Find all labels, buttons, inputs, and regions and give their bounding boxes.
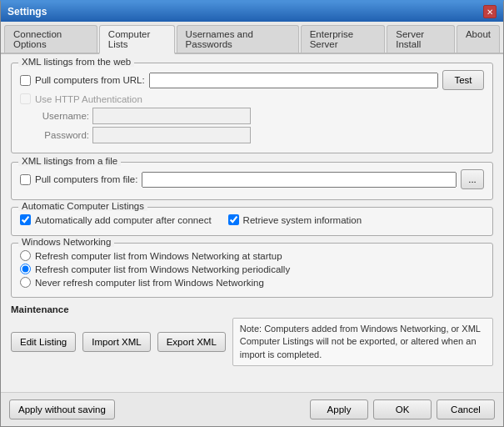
http-auth-row: Use HTTP Authentication bbox=[20, 93, 484, 104]
apply-button[interactable]: Apply bbox=[310, 399, 368, 419]
pull-file-checkbox[interactable] bbox=[20, 174, 31, 185]
pull-url-label: Pull computers from URL: bbox=[35, 75, 145, 85]
xml-file-title: XML listings from a file bbox=[18, 156, 121, 166]
tab-usernames-passwords[interactable]: Usernames and Passwords bbox=[177, 25, 299, 53]
pull-file-label: Pull computers from file: bbox=[35, 174, 137, 184]
radio-periodically-label: Refresh computer list from Windows Netwo… bbox=[35, 264, 290, 274]
export-xml-button[interactable]: Export XML bbox=[157, 332, 226, 352]
radio-startup[interactable] bbox=[20, 250, 31, 261]
radio-never-row: Never refresh computer list from Windows… bbox=[20, 277, 484, 288]
radio-periodically[interactable] bbox=[20, 264, 31, 274]
cancel-button[interactable]: Cancel bbox=[437, 399, 495, 419]
radio-never[interactable] bbox=[20, 277, 31, 288]
pull-file-row: Pull computers from file: ... bbox=[20, 169, 484, 189]
http-auth-checkbox[interactable] bbox=[20, 93, 31, 104]
pull-url-row: Pull computers from URL: Test bbox=[20, 70, 484, 90]
pull-url-input[interactable] bbox=[149, 73, 438, 88]
pull-file-input[interactable] bbox=[142, 172, 457, 188]
tab-enterprise-server[interactable]: Enterprise Server bbox=[301, 25, 386, 53]
radio-startup-label: Refresh computer list from Windows Netwo… bbox=[35, 251, 282, 261]
xml-file-group: XML listings from a file Pull computers … bbox=[11, 162, 493, 200]
tab-content: XML listings from the web Pull computers… bbox=[1, 54, 503, 392]
password-row: Password: bbox=[20, 127, 484, 143]
windows-networking-group: Windows Networking Refresh computer list… bbox=[11, 243, 493, 298]
browse-button[interactable]: ... bbox=[461, 169, 484, 189]
password-input[interactable] bbox=[92, 127, 251, 143]
apply-without-saving-button[interactable]: Apply without saving bbox=[9, 399, 115, 419]
radio-startup-row: Refresh computer list from Windows Netwo… bbox=[20, 250, 484, 261]
password-label: Password: bbox=[41, 130, 89, 140]
auto-listings-group: Automatic Computer Listings Automaticall… bbox=[11, 207, 493, 236]
username-label: Username: bbox=[41, 111, 89, 121]
radio-periodically-row: Refresh computer list from Windows Netwo… bbox=[20, 264, 484, 274]
close-button[interactable]: ✕ bbox=[483, 5, 497, 18]
username-input[interactable] bbox=[92, 108, 251, 124]
maintenance-title: Maintenance bbox=[11, 304, 493, 314]
tab-bar: Connection Options Computer Lists Userna… bbox=[1, 22, 503, 54]
windows-networking-title: Windows Networking bbox=[18, 237, 114, 247]
pull-url-checkbox[interactable] bbox=[20, 75, 31, 86]
auto-add-row: Automatically add computer after connect bbox=[20, 214, 212, 225]
maintenance-section: Maintenance Edit Listing Import XML Expo… bbox=[11, 304, 493, 366]
auto-add-label: Automatically add computer after connect bbox=[35, 215, 212, 225]
radio-never-label: Never refresh computer list from Windows… bbox=[35, 278, 264, 288]
tab-computer-lists[interactable]: Computer Lists bbox=[99, 25, 175, 54]
retrieve-info-checkbox[interactable] bbox=[228, 214, 239, 225]
xml-web-group: XML listings from the web Pull computers… bbox=[11, 63, 493, 153]
tab-server-install[interactable]: Server Install bbox=[387, 25, 455, 53]
settings-window: Settings ✕ Connection Options Computer L… bbox=[0, 0, 504, 427]
footer-right-buttons: Apply OK Cancel bbox=[310, 399, 495, 419]
test-button[interactable]: Test bbox=[442, 70, 484, 90]
xml-web-title: XML listings from the web bbox=[18, 57, 134, 67]
tab-about[interactable]: About bbox=[457, 25, 500, 53]
http-auth-label: Use HTTP Authentication bbox=[35, 94, 142, 104]
retrieve-info-row: Retrieve system information bbox=[228, 214, 362, 225]
auto-listings-title: Automatic Computer Listings bbox=[18, 201, 147, 211]
window-title: Settings bbox=[7, 6, 47, 18]
auto-add-checkbox[interactable] bbox=[20, 214, 31, 225]
maintenance-note: Note: Computers added from Windows Netwo… bbox=[232, 318, 493, 366]
maintenance-area: Edit Listing Import XML Export XML Note:… bbox=[11, 318, 493, 366]
ok-button[interactable]: OK bbox=[373, 399, 432, 419]
tab-connection-options[interactable]: Connection Options bbox=[4, 25, 97, 53]
import-xml-button[interactable]: Import XML bbox=[82, 332, 150, 352]
edit-listing-button[interactable]: Edit Listing bbox=[11, 332, 76, 352]
retrieve-info-label: Retrieve system information bbox=[243, 215, 362, 225]
username-row: Username: bbox=[20, 108, 484, 124]
footer: Apply without saving Apply OK Cancel bbox=[1, 392, 503, 426]
title-bar: Settings ✕ bbox=[1, 2, 503, 22]
auto-listings-row: Automatically add computer after connect… bbox=[20, 214, 484, 229]
